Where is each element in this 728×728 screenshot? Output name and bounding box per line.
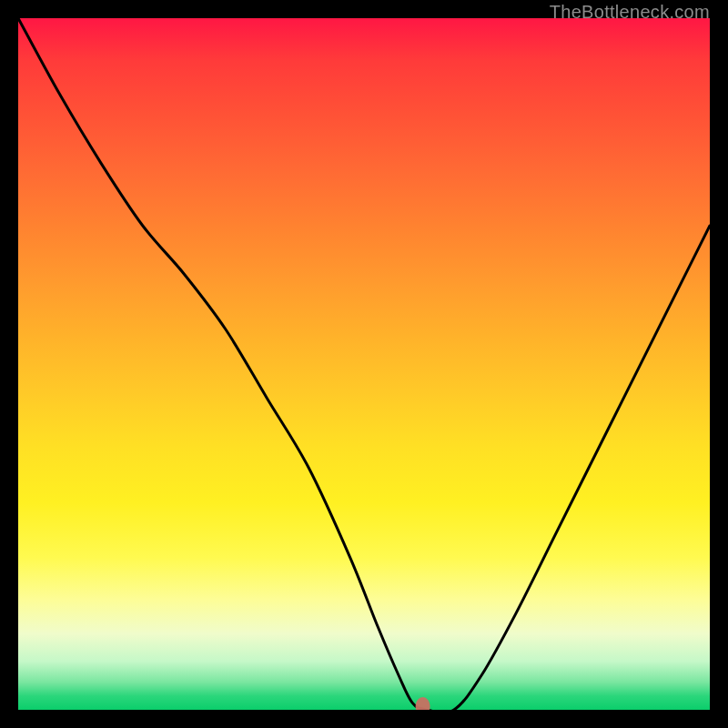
bottleneck-curve xyxy=(18,18,710,710)
chart-overlay xyxy=(18,18,710,710)
curve-minimum-marker xyxy=(416,697,430,710)
chart-container: TheBottleneck.com xyxy=(0,0,728,728)
